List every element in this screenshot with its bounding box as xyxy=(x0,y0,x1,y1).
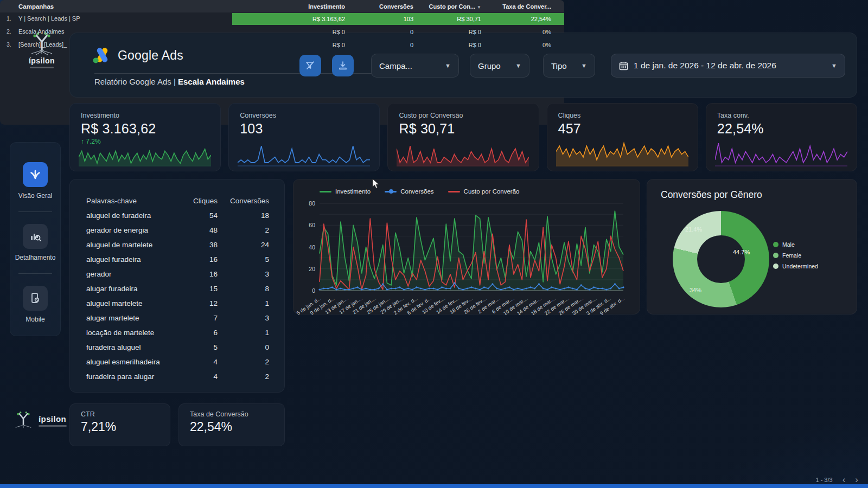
legend-label: Conversões xyxy=(400,188,433,195)
chevron-down-icon: ▼ xyxy=(508,62,521,69)
keyword-clicks: 16 xyxy=(178,270,218,278)
campaign-row[interactable]: 3.[Search]_[Leads]_R$ 00R$ 00% xyxy=(0,38,564,52)
type-filter-dropdown[interactable]: Tipo ▼ xyxy=(543,54,595,78)
keyword-row[interactable]: aluguel martelete121 xyxy=(86,296,269,311)
sort-caret-icon: ▼ xyxy=(477,5,481,10)
legend-swatch xyxy=(448,191,460,192)
clear-filters-button[interactable] xyxy=(299,55,321,76)
ipsilon-tagline xyxy=(30,67,54,68)
gender-legend-item-female[interactable]: Female xyxy=(773,252,818,259)
slice-label-male: 44.7% xyxy=(733,249,750,255)
metric-cell: R$ 0 xyxy=(420,42,486,48)
download-button[interactable] xyxy=(332,55,354,76)
col-conversoes[interactable]: Conversões xyxy=(352,3,420,10)
chevron-down-icon: ▼ xyxy=(573,62,587,69)
keyword-clicks: 15 xyxy=(178,285,218,293)
date-range-label: 1 de jan. de 2026 - 12 de abr. de 2026 xyxy=(634,61,776,70)
keyword-name: aluguel de martelete xyxy=(86,241,178,249)
gender-legend: MaleFemaleUndetermined xyxy=(773,241,818,269)
date-range-picker[interactable]: 1 de jan. de 2026 - 12 de abr. de 2026 ▼ xyxy=(611,54,845,78)
keyword-conversions: 1 xyxy=(218,329,269,337)
col-investimento[interactable]: Investimento xyxy=(232,3,352,10)
campaign-row[interactable]: 1.Y | Search | Leads | SPR$ 3.163,62103R… xyxy=(0,12,564,25)
keyword-clicks: 6 xyxy=(178,329,218,337)
group-filter-label: Grupo xyxy=(478,61,501,70)
keyword-row[interactable]: gerador de energia482 xyxy=(86,223,269,237)
campaign-row[interactable]: 2.Escala AndaimesR$ 00R$ 00% xyxy=(0,25,564,38)
keyword-clicks: 12 xyxy=(178,299,218,307)
keyword-row[interactable]: furadeira para alugar42 xyxy=(86,369,269,384)
sidebar-divider xyxy=(18,273,52,274)
kpi-sparkline xyxy=(238,140,370,166)
legend-dot xyxy=(773,264,778,269)
gender-donut-card: Conversões por Gênero 44.7% 34% 21.4% Ma… xyxy=(647,179,857,314)
detail-button[interactable] xyxy=(23,224,48,249)
conversion-rate-label: Taxa de Conversão xyxy=(190,410,284,418)
legend-item-0[interactable]: Investimento xyxy=(320,188,371,195)
row-number: 1. xyxy=(7,15,11,22)
keyword-row[interactable]: aluguel furadeira165 xyxy=(86,252,269,267)
legend-item-2[interactable]: Custo por Converão xyxy=(448,188,520,195)
donut-hole xyxy=(697,235,745,283)
campaign-filter-label: Campa... xyxy=(379,61,412,70)
kpi-delta: ↑ 7.2% xyxy=(81,138,210,145)
keyword-clicks: 54 xyxy=(178,211,218,220)
legend-swatch xyxy=(385,191,397,192)
slice-label-undetermined: 21.4% xyxy=(685,226,702,233)
sidebar-label: Visão Geral xyxy=(18,192,52,200)
report-subtitle-client: Escala Andaimes xyxy=(178,77,245,86)
col-custo-por-conversao[interactable]: Custo por Con... ▼ xyxy=(420,3,486,10)
keyword-row[interactable]: aluguel esmerilhadeira42 xyxy=(86,355,269,369)
legend-label: Investimento xyxy=(335,188,371,195)
keyword-row[interactable]: aluguel de martelete3824 xyxy=(86,237,269,252)
gender-legend-item-undetermined[interactable]: Undetermined xyxy=(773,263,818,269)
legend-item-1[interactable]: Conversões xyxy=(385,188,433,195)
keyword-conversions: 2 xyxy=(218,358,269,366)
conversion-rate-card: Taxa de Conversão 22,54% xyxy=(178,403,285,446)
sidebar-divider xyxy=(18,211,52,212)
overview-button[interactable] xyxy=(23,162,48,187)
keyword-name: aluguel furadeira xyxy=(86,255,178,264)
conversion-rate-value: 22,54% xyxy=(190,420,284,434)
kpi-label: Investimento xyxy=(81,112,210,119)
row-number: 2. xyxy=(7,28,11,35)
keyword-row[interactable]: furadeira aluguel50 xyxy=(86,340,269,355)
keyword-clicks: 4 xyxy=(178,373,218,381)
kpi-value: 103 xyxy=(240,121,369,137)
kpi-label: Cliques xyxy=(558,112,688,119)
kpi-sparkline xyxy=(715,140,847,166)
keyword-conversions: 0 xyxy=(218,343,269,351)
sidebar-item-visao-geral[interactable]: Visão Geral xyxy=(18,162,52,200)
ipsilon-tree-icon xyxy=(12,409,35,431)
keyword-name: aluguel esmerilhadeira xyxy=(86,358,178,366)
gender-legend-item-male[interactable]: Male xyxy=(773,241,818,248)
sidebar-item-detalhamento[interactable]: Detalhamento xyxy=(15,224,56,261)
legend-dot xyxy=(773,253,778,258)
legend-dot xyxy=(773,242,778,247)
kpi-value: R$ 3.163,62 xyxy=(81,121,210,137)
keyword-row[interactable]: locação de martelete61 xyxy=(86,325,269,340)
keyword-row[interactable]: alugar martelete73 xyxy=(86,311,269,325)
timeseries-chart-card: InvestimentoConversõesCusto por Converão… xyxy=(293,179,640,314)
chevron-down-icon: ▼ xyxy=(437,62,451,69)
col-taxa-conversao[interactable]: Taxa de Conver... xyxy=(486,3,564,10)
calendar-icon xyxy=(619,61,628,70)
kpi-label: Conversões xyxy=(240,112,369,119)
legend-label: Female xyxy=(782,252,801,259)
campaign-name: Y | Search | Leads | SP xyxy=(18,15,80,22)
keyword-name: aluguel martelete xyxy=(86,299,178,307)
y-axis-tick: 0 xyxy=(299,287,315,294)
group-filter-dropdown[interactable]: Grupo ▼ xyxy=(470,54,529,78)
keyword-row[interactable]: gerador163 xyxy=(86,267,269,281)
mouse-cursor xyxy=(372,178,380,189)
mobile-button[interactable] xyxy=(23,286,48,311)
kpi-sparkline xyxy=(397,140,529,166)
keyword-conversions: 2 xyxy=(218,226,269,234)
sidebar-label: Mobile xyxy=(25,316,44,323)
sidebar-item-mobile[interactable]: Mobile xyxy=(23,286,48,323)
keyword-row[interactable]: aluguel de furadeira5418 xyxy=(86,208,269,223)
keyword-row[interactable]: alugar furadeira158 xyxy=(86,281,269,296)
campaign-filter-dropdown[interactable]: Campa... ▼ xyxy=(371,54,459,78)
kpi-card-2: Custo por ConversãoR$ 30,71 xyxy=(387,103,539,171)
report-subtitle-prefix: Relatório Google Ads | xyxy=(94,77,178,86)
